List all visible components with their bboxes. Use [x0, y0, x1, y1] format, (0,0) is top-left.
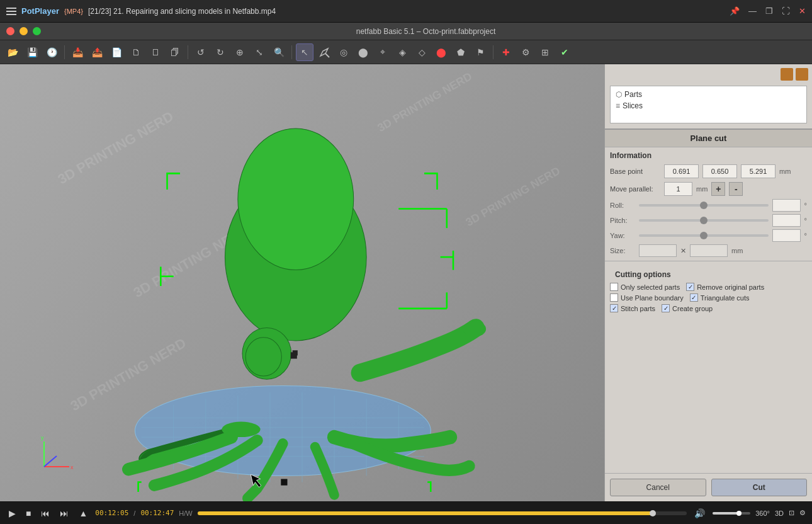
- rp-icon-2[interactable]: [796, 68, 808, 81]
- yaw-thumb[interactable]: [700, 232, 708, 239]
- move-parallel-input[interactable]: [664, 182, 692, 196]
- base-unit: mm: [779, 168, 791, 175]
- svg-rect-22: [291, 352, 297, 358]
- tb-export3[interactable]: 🗋: [127, 43, 145, 61]
- base-z-input[interactable]: [741, 164, 775, 178]
- tb-menu2[interactable]: ⬟: [452, 43, 470, 61]
- cancel-button[interactable]: Cancel: [610, 479, 706, 496]
- tb-search[interactable]: 🔍: [270, 43, 288, 61]
- tb-sep-1: [64, 45, 65, 59]
- tb-cursor1[interactable]: [315, 43, 333, 61]
- tb-check[interactable]: ✔: [556, 43, 573, 61]
- parts-item[interactable]: ⬡ Parts: [613, 89, 804, 100]
- tb-sep-2: [188, 45, 188, 59]
- total-time: 00:12:47: [140, 509, 174, 517]
- roll-thumb[interactable]: [700, 202, 708, 209]
- volume-thumb[interactable]: [736, 511, 742, 516]
- base-x-input[interactable]: [664, 164, 699, 178]
- pitch-value[interactable]: [772, 214, 801, 227]
- episode-info: [21/23] 21. Repairing and slicing models…: [88, 7, 276, 16]
- traffic-red[interactable]: [6, 27, 14, 35]
- rp-icon-1[interactable]: [781, 68, 793, 81]
- yaw-track[interactable]: [639, 234, 769, 237]
- tb-import[interactable]: 📥: [69, 43, 86, 61]
- tb-open[interactable]: 📂: [4, 43, 21, 61]
- size-input-1[interactable]: [639, 244, 677, 257]
- traffic-yellow[interactable]: [20, 27, 28, 35]
- badge-3d[interactable]: 3D: [775, 510, 784, 517]
- play-pause-button[interactable]: ▶: [6, 507, 18, 520]
- menu-icon[interactable]: [6, 8, 16, 15]
- cut-opt-row-1: Only selected parts Remove original part…: [610, 282, 807, 292]
- tb-select[interactable]: ↖: [296, 43, 313, 61]
- tb-move[interactable]: ⊕: [231, 43, 249, 61]
- tb-blocks[interactable]: ⊞: [536, 43, 554, 61]
- cut-opt-row-3: Stitch parts Create group: [610, 303, 807, 314]
- stop-button[interactable]: ■: [23, 507, 33, 520]
- cut-action-button[interactable]: Cut: [711, 479, 808, 496]
- app-title: netfabb Basic 5.1 – Octo-print.fabbproje…: [46, 27, 806, 36]
- tb-export1[interactable]: 📤: [88, 43, 106, 61]
- badge-settings[interactable]: ⚙: [799, 509, 806, 517]
- tb-rotate-right[interactable]: ↻: [211, 43, 229, 61]
- current-time: 00:12:05: [95, 509, 128, 517]
- only-selected-checkbox[interactable]: [610, 283, 618, 291]
- tb-cross[interactable]: ✚: [497, 43, 515, 61]
- next-button[interactable]: ⏭: [57, 507, 71, 520]
- tb-cursor2[interactable]: ◎: [335, 43, 352, 61]
- tb-mesh2[interactable]: ◇: [413, 43, 431, 61]
- svg-text:y: y: [41, 435, 44, 441]
- progress-bar[interactable]: [198, 511, 687, 515]
- close-button[interactable]: ✕: [799, 6, 806, 16]
- traffic-green[interactable]: [33, 27, 41, 35]
- tb-gear[interactable]: ⚙: [517, 43, 534, 61]
- minimize-button[interactable]: —: [748, 6, 757, 16]
- tb-scale[interactable]: ⤡: [251, 43, 268, 61]
- pin-button[interactable]: 📌: [730, 6, 740, 16]
- tb-mesh[interactable]: ◈: [393, 43, 411, 61]
- prev-button[interactable]: ⏮: [38, 507, 52, 520]
- tb-history[interactable]: 🕐: [43, 43, 60, 61]
- parts-label: Parts: [624, 90, 642, 99]
- badge-screen[interactable]: ⊡: [789, 509, 794, 517]
- roll-value[interactable]: [772, 199, 801, 212]
- stitch-checkbox[interactable]: [610, 304, 618, 312]
- badge-360[interactable]: 360°: [755, 510, 770, 517]
- move-parallel-unit: mm: [696, 185, 708, 193]
- tb-export4[interactable]: 🗌: [147, 43, 164, 61]
- cutting-options-label: Cutting options: [610, 266, 807, 282]
- tb-export5[interactable]: 🗍: [166, 43, 184, 61]
- tb-export2[interactable]: 📄: [108, 43, 125, 61]
- tb-save[interactable]: 💾: [23, 43, 41, 61]
- tb-sphere[interactable]: ⬤: [354, 43, 372, 61]
- axes-indicator: x y: [35, 432, 79, 476]
- use-plane-checkbox[interactable]: [610, 293, 618, 302]
- tb-flag[interactable]: ⚑: [471, 43, 489, 61]
- mute-button[interactable]: 🔊: [692, 507, 708, 520]
- yaw-value[interactable]: [772, 229, 801, 242]
- size-input-2[interactable]: [690, 244, 728, 257]
- volume-up-button[interactable]: ▲: [76, 507, 90, 520]
- base-point-row: Base point mm: [605, 162, 812, 180]
- progress-thumb[interactable]: [650, 510, 656, 516]
- remove-original-label: Remove original parts: [697, 283, 764, 291]
- plus-button[interactable]: +: [711, 182, 725, 196]
- remove-original-checkbox[interactable]: [686, 283, 694, 291]
- triangulate-checkbox[interactable]: [690, 293, 698, 302]
- maximize-button[interactable]: ⛶: [782, 6, 790, 16]
- viewport-3d[interactable]: 3D PRINTING NERD 3D PRINTING NERD 3D PRI…: [0, 64, 604, 501]
- tb-rotate-left[interactable]: ↺: [192, 43, 210, 61]
- tb-record[interactable]: ⬤: [432, 43, 450, 61]
- restore-button[interactable]: ❐: [765, 6, 773, 16]
- tb-transform[interactable]: ⌖: [374, 43, 392, 61]
- slices-item[interactable]: ≡ Slices: [613, 100, 804, 111]
- volume-slider[interactable]: [713, 512, 750, 515]
- minus-button[interactable]: -: [729, 182, 743, 196]
- create-group-checkbox[interactable]: [662, 304, 670, 312]
- base-y-input[interactable]: [702, 164, 737, 178]
- pitch-thumb[interactable]: [700, 217, 708, 224]
- roll-track[interactable]: [639, 204, 769, 207]
- pitch-label: Pitch:: [610, 217, 635, 224]
- pitch-track[interactable]: [639, 219, 769, 222]
- toolbar: 📂 💾 🕐 📥 📤 📄 🗋 🗌 🗍 ↺ ↻ ⊕ ⤡ 🔍 ↖ ◎ ⬤ ⌖ ◈ ◇ …: [0, 40, 812, 64]
